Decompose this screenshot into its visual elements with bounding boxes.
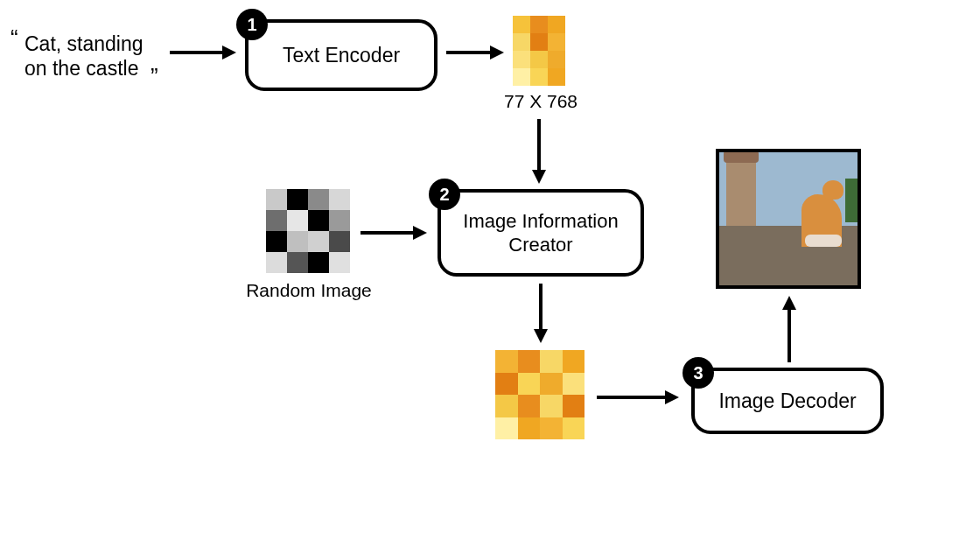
encoder-output-dim: 77 X 768 [495,91,586,112]
arrow-embedding-to-creator [530,117,548,186]
svg-marker-5 [532,170,546,184]
diagram-canvas: “ Cat, standing on the castle ” Text Enc… [0,0,980,533]
open-quote: “ [10,25,18,52]
creator-output-grid [495,350,584,439]
output-image [716,149,861,289]
text-encoder-badge: 1 [236,9,268,40]
prompt-line2: on the castle [24,56,138,81]
image-info-creator-badge: 2 [429,179,460,210]
arrow-latent-to-decoder [595,389,681,406]
svg-marker-13 [782,296,796,310]
svg-marker-11 [665,390,679,404]
image-info-creator-node: Image Information Creator [438,189,644,277]
arrow-creator-to-latent [532,282,550,345]
random-image-caption: Random Image [243,280,374,301]
svg-marker-3 [490,46,504,60]
arrow-decoder-to-output [780,294,798,364]
image-decoder-node: Image Decoder [691,368,884,434]
image-info-creator-label: Image Information Creator [463,209,618,257]
svg-marker-9 [534,329,548,343]
svg-marker-1 [222,46,236,60]
prompt-line1: Cat, standing [24,32,144,57]
svg-marker-7 [413,226,427,240]
close-quote: ” [150,63,158,90]
arrow-encoder-to-embedding [444,44,506,61]
text-encoder-node: Text Encoder [245,19,438,91]
encoder-output-grid [513,16,565,86]
image-decoder-label: Image Decoder [718,389,856,414]
random-image-grid [266,189,350,273]
arrow-prompt-to-encoder [168,44,238,61]
arrow-random-to-creator [359,224,429,242]
image-decoder-badge: 3 [682,357,714,389]
text-encoder-label: Text Encoder [283,43,400,68]
